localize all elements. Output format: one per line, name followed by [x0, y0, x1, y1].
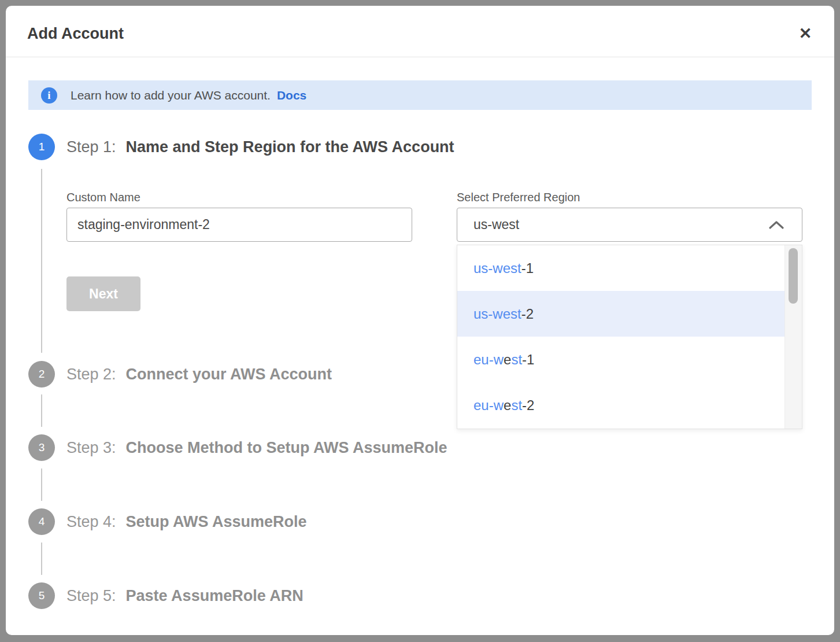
step-1-badge: 1 [28, 134, 55, 160]
close-icon: ✕ [799, 25, 812, 42]
step-2-header: Step 2: Connect your AWS Account [66, 361, 332, 388]
docs-link[interactable]: Docs [277, 88, 306, 102]
step-3-title: Choose Method to Setup AWS AssumeRole [126, 439, 447, 457]
step-5-header: Step 5: Paste AssumeRole ARN [66, 582, 304, 609]
step-1-title: Name and Step Region for the AWS Account [126, 138, 454, 156]
step-connector [41, 468, 42, 501]
step-5-badge: 5 [28, 582, 55, 609]
step-3-badge: 3 [28, 434, 55, 461]
step-4-badge: 4 [28, 508, 55, 535]
dropdown-scrollbar-thumb[interactable] [789, 248, 798, 304]
step-connector [41, 169, 42, 353]
dropdown-scrollbar-track [785, 245, 802, 429]
region-option-eu-west-1[interactable]: eu-west-1 [457, 337, 785, 382]
region-label: Select Preferred Region [457, 191, 580, 204]
region-dropdown: us-west-1 us-west-2 eu-west-1 eu-west-2 [457, 245, 802, 429]
step-1-prefix: Step 1: [66, 138, 116, 156]
banner-text: Learn how to add your AWS account. [71, 88, 271, 102]
chevron-up-icon[interactable] [765, 215, 788, 235]
step-connector [41, 543, 42, 575]
info-icon: i [41, 87, 57, 104]
step-5-title: Paste AssumeRole ARN [126, 587, 304, 605]
step-2-badge: 2 [28, 361, 55, 388]
region-combobox-input[interactable] [457, 208, 802, 242]
region-option-eu-west-2[interactable]: eu-west-2 [457, 382, 785, 428]
custom-name-label: Custom Name [66, 191, 140, 204]
step-2-title: Connect your AWS Account [126, 366, 332, 383]
region-option-us-west-2[interactable]: us-west-2 [457, 291, 785, 337]
step-4-header: Step 4: Setup AWS AssumeRole [66, 508, 307, 535]
backdrop: Add Account ✕ i Learn how to add your AW… [0, 0, 840, 642]
region-option-us-west-1[interactable]: us-west-1 [457, 245, 785, 291]
header-divider [6, 57, 834, 57]
step-2-prefix: Step 2: [66, 366, 116, 383]
step-5-prefix: Step 5: [66, 587, 116, 605]
close-button[interactable]: ✕ [794, 22, 817, 45]
step-connector [41, 394, 42, 427]
custom-name-input[interactable] [66, 208, 412, 242]
page-title: Add Account [27, 25, 124, 43]
add-account-modal: Add Account ✕ i Learn how to add your AW… [6, 6, 834, 635]
step-3-header: Step 3: Choose Method to Setup AWS Assum… [66, 434, 447, 461]
step-4-title: Setup AWS AssumeRole [126, 513, 307, 531]
step-3-prefix: Step 3: [66, 439, 116, 457]
step-4-prefix: Step 4: [66, 513, 116, 531]
step-1-header: Step 1: Name and Step Region for the AWS… [66, 134, 454, 160]
info-banner: i Learn how to add your AWS account. Doc… [28, 80, 812, 110]
next-button[interactable]: Next [66, 276, 140, 311]
